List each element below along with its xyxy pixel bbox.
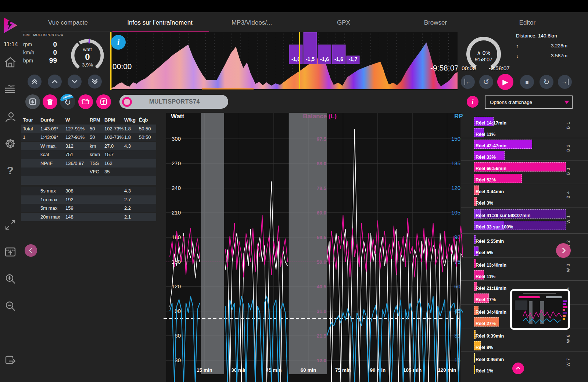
help-icon[interactable]: ? <box>4 164 17 177</box>
table-row[interactable]: W max.312km27.04.3 <box>21 142 156 150</box>
metric-label: rpm <box>23 42 32 47</box>
segment-bar[interactable]: Réel 13:40min <box>474 259 476 268</box>
shift-up-double-button[interactable] <box>28 75 42 89</box>
main-training-chart[interactable]: 97.588.078.569.059.550.040.531.021.512.0… <box>163 110 463 382</box>
segment-bar[interactable]: Réel 52% <box>474 174 522 183</box>
display-options-dropdown[interactable]: Options d’affichage <box>485 96 573 109</box>
facebook-share-button[interactable] <box>96 94 111 109</box>
table-cell: 5s max <box>40 188 56 194</box>
svg-text:90: 90 <box>175 308 181 314</box>
table-cell: W <box>65 117 70 123</box>
table-row[interactable]: 5m max1592.2 <box>21 204 156 212</box>
segment-bar[interactable]: Réel 0:46min <box>474 353 475 363</box>
home-icon[interactable] <box>4 56 17 69</box>
segment-bar[interactable]: Réel 1% <box>474 365 475 374</box>
export-fit-tcx-button[interactable]: FIT TCX <box>78 94 93 109</box>
table-row[interactable]: 5s max3084.3 <box>21 187 156 195</box>
shift-down-double-button[interactable] <box>88 75 102 89</box>
segment-bar[interactable]: Réel 17% <box>474 293 489 303</box>
profile-icon[interactable] <box>4 111 17 124</box>
stop-button[interactable]: ■ <box>520 75 534 89</box>
metric-value: 99 <box>49 57 57 65</box>
table-row[interactable]: Total1:43:09*127-91%50102-73%1.850:50 <box>21 125 156 133</box>
table-row[interactable]: NP/IF136/0.97TSS162 <box>21 159 156 167</box>
segment-bar[interactable]: Réel 3:44min <box>474 185 479 195</box>
table-row[interactable]: 11:43:09*127-91%50102-73%1.850:50 <box>21 133 156 141</box>
segment-bar[interactable]: Réel 41:29 sur 598:07min <box>474 209 566 219</box>
segment-bar[interactable]: Réel 9:39min <box>474 330 476 339</box>
scroll-up-button[interactable] <box>512 363 524 374</box>
recording-pill[interactable]: MULTISPORTS74 <box>119 95 228 109</box>
segment-bar[interactable]: Réel 5:55min <box>474 235 476 244</box>
metric-label: bpm <box>23 58 33 64</box>
table-cell: 1 <box>23 134 25 140</box>
skip-to-end-button[interactable]: → <box>558 75 572 89</box>
shift-down-button[interactable] <box>68 75 82 89</box>
tab-5[interactable]: Editor <box>481 15 573 31</box>
exit-icon[interactable] <box>4 354 17 367</box>
svg-text:15 min: 15 min <box>197 367 212 373</box>
segment-bar[interactable]: Réel 33% <box>474 151 505 160</box>
zoom-in-icon[interactable] <box>4 273 17 286</box>
segment-bar[interactable]: Réel 3% <box>474 197 477 206</box>
skip-to-start-button[interactable]: ← <box>461 75 475 89</box>
delete-button[interactable] <box>43 94 57 109</box>
segment-bar[interactable]: Réel 66:56min <box>474 162 566 172</box>
shift-up-button[interactable] <box>48 75 62 89</box>
zoom-out-icon[interactable] <box>4 300 17 313</box>
segment-bar[interactable]: Réel 5% <box>474 246 478 256</box>
svg-text:270: 270 <box>172 160 181 166</box>
rewind-button[interactable]: ↺ <box>479 75 493 89</box>
garmin-sync-button[interactable]: GARMIN ↻ <box>60 94 75 109</box>
tab-1[interactable]: Infos sur l’entraînement <box>114 15 206 31</box>
forward-button[interactable]: ↻ <box>539 75 553 89</box>
table-cell: 50:50 <box>139 134 151 140</box>
settings-gear-icon[interactable] <box>4 137 17 150</box>
descent-value: 3.587m <box>516 53 567 58</box>
collapse-left-panel-button[interactable] <box>25 244 37 257</box>
table-cell: 20m max <box>40 214 60 220</box>
segment-label: Réel 66:56min <box>476 166 506 171</box>
segment-group-label: W 6 <box>566 331 570 347</box>
tab-0[interactable]: Vue compacte <box>22 15 114 31</box>
table-row[interactable] <box>21 176 156 185</box>
segment-bar[interactable]: Réel 42:47min <box>474 140 532 149</box>
segment-label: Réel 11% <box>476 274 495 279</box>
segments-info-button[interactable]: i <box>467 96 478 108</box>
fullscreen-icon[interactable] <box>4 218 17 231</box>
table-cell: 50 <box>90 126 95 131</box>
tab-2[interactable]: MP3/Videos/... <box>206 15 298 31</box>
segment-label: Réel 42:47min <box>476 143 506 148</box>
tab-3[interactable]: GPX <box>298 15 390 31</box>
table-row[interactable]: 20m max1482.1 <box>21 213 156 221</box>
table-cell: 308 <box>65 188 74 194</box>
segment-bar[interactable]: Réel 14:17min <box>474 117 494 126</box>
table-cell: Tour <box>23 117 33 123</box>
download-button[interactable] <box>25 94 40 109</box>
segment-bar[interactable]: Réel 11% <box>474 270 484 280</box>
elevation-info-button[interactable]: i <box>111 35 126 50</box>
table-row[interactable]: kcal751km/h15.7 <box>21 150 156 159</box>
pip-thumbnail[interactable] <box>510 289 570 330</box>
segment-bar[interactable]: Réel 21:18min <box>474 282 477 291</box>
segment-separator <box>461 184 588 184</box>
app-logo[interactable] <box>3 17 18 34</box>
segment-bar[interactable]: Réel 8% <box>474 341 481 350</box>
table-cell: 1m max <box>40 197 57 202</box>
collapse-right-panel-button[interactable] <box>556 243 571 258</box>
table-row[interactable]: 1m max1922.7 <box>21 195 156 204</box>
tab-4[interactable]: Browser <box>390 15 481 31</box>
segment-label: Réel 52% <box>476 177 496 183</box>
table-row[interactable]: VFC35 <box>21 167 156 176</box>
segment-bar[interactable]: Réel 33 sur 100% <box>474 221 566 230</box>
table-cell: Éqb <box>139 117 148 123</box>
elevation-profile-chart[interactable]: -1,6-1,5-1,6-1,6-1,700:00-9:58:07 <box>110 32 458 90</box>
sync-icon: ↻ <box>60 98 75 107</box>
segment-bar[interactable]: Réel 27% <box>474 317 499 327</box>
play-button[interactable]: ▶ <box>497 74 513 90</box>
segment-bar[interactable]: Réel 11% <box>474 128 484 137</box>
svg-text:60: 60 <box>454 283 460 289</box>
segment-bar[interactable]: Réel 34:48min <box>474 306 478 315</box>
activity-list-icon[interactable] <box>4 83 17 96</box>
upload-tray-icon[interactable] <box>4 245 17 259</box>
